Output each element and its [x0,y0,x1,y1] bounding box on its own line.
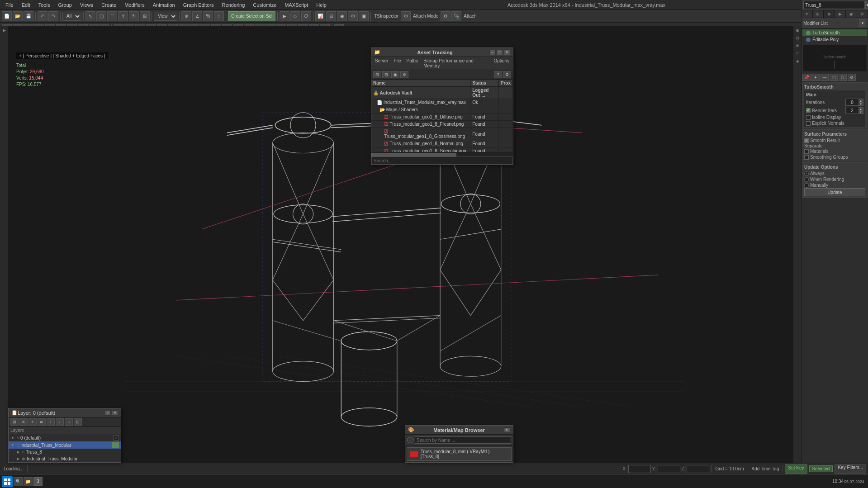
create-selection-button[interactable]: Create Selection Sel [228,11,275,21]
poly-button[interactable]: ◻ [830,74,838,81]
layer-tb-btn4[interactable]: ⊕ [38,418,46,426]
expand-icon-2[interactable]: ▼ [10,443,15,447]
always-radio[interactable] [804,171,809,176]
right-icon-3[interactable]: ⊕ [794,42,801,49]
asset-maximize-btn[interactable]: □ [497,50,503,55]
left-icon-1[interactable]: ▶ [0,27,8,34]
modifier-turbosmooth[interactable]: TurboSmooth [802,29,867,36]
layer-tb-btn5[interactable]: ↑ [47,418,55,426]
play-anim-button[interactable]: ▶ [280,11,289,21]
right-icon-5[interactable]: ◈ [794,57,801,65]
attach-mode-btn[interactable]: ⚙ [441,11,451,21]
asset-scrollbar-thumb[interactable] [371,153,456,156]
asset-scrollbar[interactable] [371,152,513,156]
asset-tb-btn3[interactable]: ◉ [391,71,399,78]
redo-button[interactable]: ↷ [48,11,58,21]
explicit-normals-checkbox[interactable] [806,121,811,126]
mat-search-input[interactable] [415,436,511,444]
pin-button[interactable]: 📌 [802,74,811,81]
layer-help-btn[interactable]: ? [104,410,111,416]
angle-snap-button[interactable]: ∠ [192,11,202,21]
select-lasso-button[interactable]: ⌒ [107,11,117,21]
layer-tb-btn8[interactable]: ⊟ [74,418,82,426]
menu-graph-editors[interactable]: Graph Editors [180,1,218,9]
tab-create[interactable]: ✦ [802,10,813,18]
taskbar-btn-2[interactable]: 📁 [24,477,33,486]
menu-help[interactable]: Help [313,1,330,9]
key-button[interactable]: ◇ [290,11,300,21]
asset-menu-paths[interactable]: Paths [405,58,420,69]
manually-radio[interactable] [804,183,809,188]
schematic-button[interactable]: ⊟ [326,11,336,21]
tab-motion[interactable]: ▶ [835,10,846,18]
layer-tb-btn2[interactable]: ✕ [19,418,28,426]
tsinspector-btn[interactable]: ⚙ [401,11,411,21]
materials-checkbox[interactable] [804,149,809,154]
start-button[interactable] [2,476,13,487]
update-button[interactable]: Update [804,188,865,196]
asset-menu-file[interactable]: File [392,58,403,69]
render-iters-up[interactable]: ▲ [859,107,863,110]
config-button[interactable]: ⚙ [848,74,856,81]
iterations-spinner[interactable]: 0 ▲ ▼ [845,99,863,106]
layer-tb-btn3[interactable]: + [28,418,37,426]
menu-edit[interactable]: Edit [18,1,34,9]
material-item[interactable]: Truss_modular_8_mat ( VRayMtl ) [Truss_8… [407,447,512,461]
isoline-checkbox[interactable] [806,115,811,120]
new-scene-button[interactable]: 📄 [2,11,12,21]
render-button[interactable]: ▣ [359,11,369,21]
modifier-editable-poly[interactable]: Editable Poly [802,36,867,43]
smooth-result-checkbox[interactable] [804,138,809,143]
snap-button[interactable]: ⊕ [181,11,191,21]
list-item[interactable]: ▼ ○ Industrial_Truss_Modular [9,441,121,449]
render-setup-button[interactable]: ⚙ [348,11,358,21]
undo-button[interactable]: ↶ [38,11,47,21]
attach-btn[interactable]: 📎 [451,11,461,21]
asset-menu-server[interactable]: Server [373,58,390,69]
scale-button[interactable]: ⊞ [140,11,150,21]
layer-close-btn[interactable]: ✕ [112,410,118,416]
asset-minimize-btn[interactable]: ─ [489,50,496,55]
smoothing-groups-checkbox[interactable] [804,155,809,160]
asset-tb-btn2[interactable]: ⊟ [382,71,390,78]
asset-menu-options[interactable]: Options [492,58,511,69]
edge-button[interactable]: — [821,74,829,81]
menu-create[interactable]: Create [98,1,120,9]
spinner-snap-button[interactable]: ↕ [214,11,224,21]
asset-close-btn[interactable]: ✕ [504,50,510,55]
menu-views[interactable]: Views [76,1,97,9]
key-filters-button[interactable]: Key Filters... [835,464,866,474]
when-rendering-radio[interactable] [804,177,809,182]
tab-utilities[interactable]: ⚙ [857,10,868,18]
time-button[interactable]: ⏱ [301,11,311,21]
tab-modify[interactable]: ⊞ [813,10,824,18]
menu-group[interactable]: Group [54,1,76,9]
asset-menu-bitmap[interactable]: Bitmap Performance and Memory [422,58,490,69]
open-button[interactable]: 📂 [13,11,23,21]
menu-rendering[interactable]: Rendering [218,1,249,9]
expand-icon-3[interactable]: ▶ [16,450,20,455]
render-iters-spinner[interactable]: 2 ▲ ▼ [845,107,863,114]
render-iters-checkbox[interactable] [806,108,811,113]
layer-tb-btn1[interactable]: ⊞ [10,418,19,426]
iterations-up[interactable]: ▲ [859,99,863,102]
menu-animation[interactable]: Animation [149,1,179,9]
layer-tb-btn7[interactable]: → [65,418,73,426]
y-input[interactable] [658,465,680,473]
rotate-button[interactable]: ↻ [129,11,139,21]
element-button[interactable]: ⬡ [839,74,847,81]
vertex-button[interactable]: ● [811,74,820,81]
list-item[interactable]: ▼ ○ 0 (default) [9,434,121,441]
layer-tb-btn6[interactable]: ↓ [56,418,64,426]
material-button[interactable]: ◉ [337,11,347,21]
taskbar-btn-1[interactable]: 🔍 [14,477,23,486]
move-button[interactable]: ✛ [118,11,128,21]
iterations-spinner-buttons[interactable]: ▲ ▼ [859,99,863,105]
select-region-button[interactable]: ▢ [96,11,106,21]
menu-tools[interactable]: Tools [35,1,54,9]
menu-customize[interactable]: Customize [249,1,280,9]
asset-tb-btn4[interactable]: ⊕ [400,71,408,78]
right-icon-1[interactable]: ◉ [794,27,801,34]
object-name-input[interactable] [803,1,864,9]
save-button[interactable]: 💾 [24,11,33,21]
